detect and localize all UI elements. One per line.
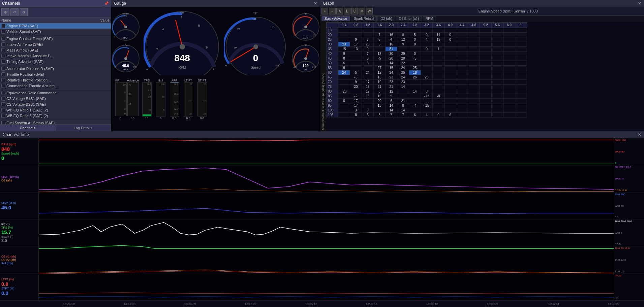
graph-content: + − A L C M W Engine Speed (rpm) [Sensor… bbox=[320, 7, 644, 131]
channel-item[interactable]: Engine Coolant Temp (SAE) bbox=[0, 36, 111, 42]
channels-pin-icon[interactable]: 📌 bbox=[104, 1, 109, 6]
graph-cell bbox=[468, 47, 480, 52]
channel-item[interactable]: WB EQ Ratio 1 (SAE) (2) bbox=[0, 107, 111, 113]
channel-item[interactable]: Throttle Position (SAE) bbox=[0, 72, 111, 77]
channel-item[interactable]: Vehicle Speed (SAE) bbox=[0, 29, 111, 35]
graph-cell bbox=[492, 84, 503, 89]
graph-w-btn[interactable]: W bbox=[366, 8, 373, 14]
graph-cell bbox=[480, 28, 492, 33]
graph-cell bbox=[515, 75, 527, 80]
graph-cell bbox=[444, 47, 456, 52]
graph-cell bbox=[456, 37, 468, 42]
graph-cell bbox=[421, 42, 433, 47]
kr-label: KR bbox=[115, 79, 120, 82]
graph-cell bbox=[468, 80, 480, 84]
graph-cell bbox=[468, 37, 480, 42]
graph-cell bbox=[492, 28, 503, 33]
graph-cell bbox=[492, 89, 503, 94]
graph-row-header: 90 bbox=[327, 99, 338, 103]
graph-cell: -5 bbox=[374, 56, 386, 61]
time-tick: 13:36:09 bbox=[220, 302, 281, 306]
afr-label: AFR bbox=[172, 79, 178, 82]
graph-cell bbox=[338, 33, 350, 37]
channel-name: Engine RPM (SAE) bbox=[6, 24, 89, 28]
channel-item[interactable]: O2 Voltage B2S1 (SAE) bbox=[0, 102, 111, 107]
graph-cell bbox=[468, 42, 480, 47]
graph-cell bbox=[374, 47, 386, 52]
graph-cell: 30 bbox=[386, 52, 397, 56]
graph-add-btn[interactable]: + bbox=[321, 8, 328, 14]
channel-item[interactable]: O2 Voltage B1S1 (SAE) bbox=[0, 96, 111, 102]
kr-axis-max: 18.0 20.0 18.0 bbox=[615, 220, 643, 223]
channel-item[interactable]: Equivalence Ratio Commande... bbox=[0, 90, 111, 96]
graph-cell: 17 bbox=[362, 89, 374, 94]
graph-cell bbox=[421, 61, 433, 66]
svg-rect-40 bbox=[39, 138, 614, 300]
graph-channel-tab[interactable]: RPM bbox=[423, 16, 436, 21]
graph-cell bbox=[480, 66, 492, 70]
toolbar-btn-1[interactable]: ⚙ bbox=[1, 8, 9, 16]
tab-channels[interactable]: Channels bbox=[0, 125, 56, 131]
o2-2-chart-label: O2 #2 (afr) bbox=[1, 258, 37, 262]
time-tick: 13:36:18 bbox=[402, 302, 463, 306]
rpm-axis-mid: 3000 80 bbox=[615, 150, 643, 153]
graph-cell bbox=[374, 61, 386, 66]
graph-cell: 7 bbox=[362, 37, 374, 42]
speed-gauge: 0 225 30 70 110 160 0 Speed mph bbox=[224, 10, 288, 75]
map-chart-label: MAP (kPa) bbox=[1, 201, 37, 205]
iat-unit: °F bbox=[290, 44, 321, 46]
graph-cell: 8 bbox=[350, 113, 362, 117]
toolbar-btn-2[interactable]: ↺ bbox=[10, 8, 19, 16]
graph-close-btn[interactable]: ✕ bbox=[638, 1, 641, 6]
channel-item[interactable]: Intake Air Temp (SAE) bbox=[0, 42, 111, 47]
graph-channel-tab[interactable]: Spark Retard bbox=[351, 16, 377, 21]
graph-cell: 16 bbox=[374, 94, 386, 99]
graph-cell bbox=[503, 42, 515, 47]
speed-value: 0 bbox=[224, 53, 288, 64]
gauge-header: Gauge ✕ bbox=[111, 0, 320, 7]
graph-cell bbox=[409, 99, 421, 103]
o2-axis-min: 0 0.0 11.8 bbox=[615, 189, 643, 192]
channel-item[interactable]: Engine RPM (SAE) bbox=[0, 23, 111, 29]
channel-item[interactable]: Fuel System #1 Status (SAE) bbox=[0, 120, 111, 124]
graph-cell: 0 bbox=[444, 37, 456, 42]
graph-cell bbox=[468, 103, 480, 108]
graph-cell: 13 bbox=[350, 47, 362, 52]
graph-cell: 5 bbox=[409, 33, 421, 37]
channel-item[interactable]: Relative Throttle Position... bbox=[0, 77, 111, 83]
svg-text:110: 110 bbox=[252, 18, 256, 20]
graph-cell bbox=[374, 108, 386, 113]
graph-a-btn[interactable]: A bbox=[336, 8, 343, 14]
speed-label: Speed bbox=[224, 66, 288, 69]
graph-cell bbox=[433, 66, 444, 70]
channel-item[interactable]: Accelerator Position D (SAE) bbox=[0, 66, 111, 72]
graph-remove-btn[interactable]: − bbox=[329, 8, 336, 14]
channel-item[interactable]: Intake Manifold Absolute P... bbox=[0, 53, 111, 59]
graph-table-container[interactable]: 0.40.81.21.62.02.42.83.23.64.04.44.85.25… bbox=[326, 22, 644, 131]
graph-cell: 14 bbox=[397, 108, 409, 113]
tab-log-details[interactable]: Log Details bbox=[56, 125, 111, 131]
chart-close-btn[interactable]: ✕ bbox=[638, 132, 641, 137]
graph-cell: 12 bbox=[397, 37, 409, 42]
graph-c-btn[interactable]: C bbox=[351, 8, 358, 14]
toolbar-btn-3[interactable]: ⚙ bbox=[20, 8, 28, 16]
graph-channel-tab[interactable]: Spark Advance bbox=[321, 16, 350, 21]
graph-cell bbox=[338, 94, 350, 99]
graph-channel-tab[interactable]: O2 (afr) bbox=[377, 16, 395, 21]
graph-cell: -8 bbox=[433, 94, 444, 99]
channel-item[interactable]: Mass Airflow (SAE) bbox=[0, 47, 111, 53]
gauge-close-btn[interactable]: ✕ bbox=[314, 1, 317, 6]
col-value-header: Value bbox=[89, 18, 110, 22]
graph-cell bbox=[421, 56, 433, 61]
channel-item[interactable]: Commanded Throttle Actuato... bbox=[0, 83, 111, 89]
graph-cell bbox=[433, 28, 444, 33]
graph-l-btn[interactable]: L bbox=[344, 8, 350, 14]
graph-m-btn[interactable]: M bbox=[359, 8, 365, 14]
channel-item[interactable]: Timing Advance (SAE) bbox=[0, 59, 111, 65]
svg-text:160: 160 bbox=[270, 26, 274, 29]
channel-item[interactable]: WB EQ Ratio 5 (SAE) (2) bbox=[0, 113, 111, 119]
graph-channel-tab[interactable]: O2 Error (afr) bbox=[396, 16, 422, 21]
graph-cell: 3 bbox=[350, 108, 362, 113]
graph-cell bbox=[397, 47, 409, 52]
map-axis-max: 45.0 100 bbox=[615, 193, 643, 196]
